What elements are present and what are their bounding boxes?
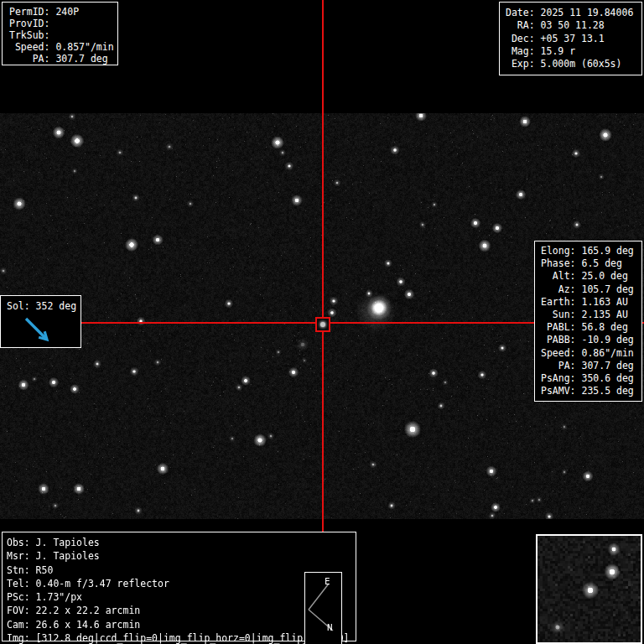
pa-line: PA: 307.7 deg [9, 54, 117, 65]
speed2-line: Speed: 0.86"/min [541, 347, 641, 360]
sun-direction-label: Sol: 352 deg [7, 300, 80, 312]
az-line: Az: 105.7 deg [541, 283, 641, 296]
sun-dist-line: Sun: 2.135 AU [541, 309, 641, 321]
target-marker-box[interactable] [315, 317, 330, 332]
msr-line: Msr: J. Tapioles [7, 549, 356, 563]
mag-line: Mag: 15.9 r [506, 45, 641, 58]
earth-dist-line: Earth: 1.163 AU [541, 296, 641, 309]
pabl-line: PABL: 56.8 deg [541, 321, 641, 334]
cam-line: Cam: 26.6 x 14.6 arcmin [7, 618, 356, 631]
provid-line: ProvID: [9, 18, 117, 30]
elong-line: Elong: 165.9 deg [541, 245, 641, 257]
sun-direction-arrow-icon [23, 314, 55, 346]
date-ephemeris-panel: Date: 2025 11 19.84006 RA: 03 50 11.28 D… [499, 2, 642, 75]
dec-line: Dec: +05 37 13.1 [506, 33, 641, 45]
psamv-line: PsAMV: 235.5 deg [541, 385, 641, 397]
crosshair-vertical-line [322, 0, 324, 532]
obs-line: Obs: J. Tapioles [7, 536, 356, 549]
speed-line: Speed: 0.857"/min [9, 42, 117, 54]
object-thumbnail-frame [536, 534, 642, 644]
pabb-line: PABB: -10.9 deg [541, 334, 641, 346]
exp-line: Exp: 5.000m (60x5s) [506, 58, 641, 70]
img-line: Img: [312.8 deg|ccd_flip=0|img_flip_horz… [7, 631, 356, 644]
fov-line: FOV: 22.2 x 22.2 arcmin [7, 604, 356, 617]
orientation-compass: E N [304, 572, 342, 644]
tel-line: Tel: 0.40-m f/3.47 reflector [7, 577, 356, 590]
pa2-line: PA: 307.7 deg [541, 360, 641, 372]
trksub-line: TrkSub: [9, 30, 117, 42]
astrometry-viewer-window: PermID: 240P ProvID: TrkSub: Speed: 0.85… [0, 0, 644, 644]
date-line: Date: 2025 11 19.84006 [506, 7, 641, 19]
sun-direction-panel: Sol: 352 deg [0, 295, 81, 348]
compass-east-label: E [325, 577, 330, 586]
alt-line: Alt: 25.0 deg [541, 270, 641, 283]
stn-line: Stn: R50 [7, 564, 356, 577]
object-info-panel: PermID: 240P ProvID: TrkSub: Speed: 0.85… [2, 2, 118, 65]
psang-line: PsAng: 350.6 deg [541, 372, 641, 385]
phase-line: Phase: 6.5 deg [541, 257, 641, 270]
observer-info-panel: Obs: J. Tapioles Msr: J. Tapioles Stn: R… [2, 532, 356, 641]
ra-line: RA: 03 50 11.28 [506, 19, 641, 32]
compass-north-label: N [327, 623, 333, 632]
permid-line: PermID: 240P [9, 7, 117, 18]
geometry-panel: Elong: 165.9 deg Phase: 6.5 deg Alt: 25.… [534, 241, 642, 402]
psc-line: PSc: 1.73"/px [7, 590, 356, 604]
target-object [320, 322, 325, 327]
